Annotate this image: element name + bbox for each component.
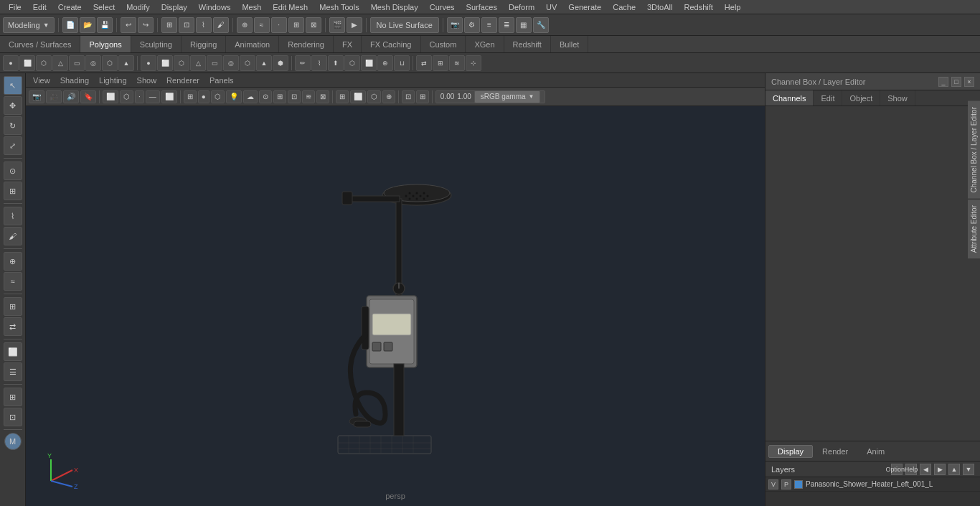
tab-curves-surfaces[interactable]: Curves / Surfaces (0, 36, 80, 52)
outliner-btn[interactable]: ≣ (499, 17, 514, 33)
rp-close-btn[interactable]: × (964, 77, 974, 87)
select-by-component-btn[interactable]: ⊡ (179, 17, 194, 33)
tab-redshift[interactable]: Redshift (504, 36, 551, 52)
combine-btn[interactable]: ⊕ (377, 55, 393, 71)
xform-constraint-btn[interactable]: ⊞ (4, 297, 22, 316)
soft-sel-btn[interactable]: ⊙ (4, 161, 22, 180)
mesh-plane-btn[interactable]: ▭ (207, 55, 222, 71)
menu-modify[interactable]: Modify (121, 1, 155, 13)
sphere-btn[interactable]: ● (3, 55, 19, 71)
viewport-lighting-menu[interactable]: Lighting (95, 75, 131, 85)
bridge-btn[interactable]: ⬜ (361, 55, 377, 71)
viewport-btn2[interactable]: ⊡ (4, 408, 22, 426)
layers-nav-left[interactable]: ◀ (920, 464, 931, 475)
rp-maximize-btn[interactable]: □ (951, 77, 961, 87)
tab-bullet[interactable]: Bullet (551, 36, 589, 52)
menu-edit[interactable]: Edit (27, 1, 52, 13)
workspace-dropdown[interactable]: Modeling ▼ (3, 17, 55, 33)
ao-btn[interactable]: ⊙ (259, 90, 272, 103)
menu-windows[interactable]: Windows (193, 1, 237, 13)
cone-btn[interactable]: △ (52, 55, 68, 71)
ch-tab-show[interactable]: Show (880, 90, 915, 106)
smooth-btn[interactable]: ⊞ (433, 55, 448, 71)
move-tool-btn[interactable]: ✥ (4, 96, 22, 115)
quick-sel-btn[interactable]: ☰ (4, 362, 22, 381)
aa-btn[interactable]: ⊞ (273, 90, 286, 103)
layer-color-0[interactable] (794, 480, 803, 489)
mesh-cone-btn[interactable]: △ (190, 55, 206, 71)
maya-logo-btn[interactable]: M (4, 433, 22, 450)
viewport-3d[interactable]: persp X Y Z (26, 106, 765, 506)
render-region-btn[interactable]: ⬜ (4, 342, 22, 361)
lights-btn[interactable]: 💡 (226, 90, 242, 103)
layers-options-btn[interactable]: Options (891, 464, 903, 475)
wireframe-btn[interactable]: ⊞ (184, 90, 197, 103)
face-mode-btn[interactable]: ⬜ (161, 90, 177, 103)
mesh-extra1-btn[interactable]: ⬢ (273, 55, 288, 71)
menu-surfaces[interactable]: Surfaces (461, 1, 503, 13)
mesh-cyl-btn[interactable]: ⬡ (174, 55, 189, 71)
ch-tab-channels[interactable]: Channels (765, 90, 814, 106)
cam-angle-btn[interactable]: 📷 (29, 90, 44, 103)
undo-btn[interactable]: ↩ (121, 17, 136, 33)
display-settings-btn[interactable]: ⚙ (464, 17, 480, 33)
menu-edit-mesh[interactable]: Edit Mesh (267, 1, 314, 13)
edge-mode-btn[interactable]: — (146, 90, 160, 103)
select-tool-btn[interactable]: ↖ (4, 76, 22, 95)
tab-rendering[interactable]: Rendering (279, 36, 334, 52)
viewport-panels-menu[interactable]: Panels (205, 75, 238, 85)
tab-custom[interactable]: Custom (421, 36, 466, 52)
tab-rigging[interactable]: Rigging (182, 36, 226, 52)
bool-union-btn[interactable]: ⊔ (394, 55, 410, 71)
attribute-editor-vertical-label[interactable]: Attribute Editor (968, 199, 980, 258)
menu-redshift[interactable]: Redshift (678, 1, 718, 13)
disp-tab-display[interactable]: Display (768, 445, 813, 458)
polygon-mode-btn[interactable]: ⬡ (120, 90, 133, 103)
render-btn[interactable]: ▶ (347, 17, 362, 33)
attr-editor-btn[interactable]: ≡ (481, 17, 497, 33)
motion-blur-btn[interactable]: ≋ (302, 90, 315, 103)
rotate-tool-btn[interactable]: ↻ (4, 116, 22, 135)
sym-btn[interactable]: ⇄ (4, 317, 22, 336)
tab-fx-caching[interactable]: FX Caching (362, 36, 420, 52)
channel-box-btn[interactable]: ▦ (516, 17, 532, 33)
menu-3dtoall[interactable]: 3DtoAll (641, 1, 678, 13)
curve-tool-btn[interactable]: ⌇ (311, 55, 327, 71)
cam-sound-btn[interactable]: 🔊 (63, 90, 79, 103)
prism-btn[interactable]: ⬡ (102, 55, 118, 71)
snap-curve-btn2[interactable]: ≈ (4, 272, 22, 291)
tab-fx[interactable]: FX (334, 36, 362, 52)
post-btn[interactable]: ⊠ (316, 90, 329, 103)
ch-tab-object[interactable]: Object (842, 90, 880, 106)
camera-gate-btn[interactable]: ⬜ (350, 90, 366, 103)
cam-bookmark-btn[interactable]: 🔖 (80, 90, 96, 103)
paint-sel-btn[interactable]: 🖌 (213, 17, 229, 33)
select-by-hierarchy-btn[interactable]: ⊞ (161, 17, 177, 33)
cylinder-btn[interactable]: ⬡ (36, 55, 52, 71)
bevel-btn[interactable]: ⬡ (344, 55, 360, 71)
cam-film-btn[interactable]: 🎥 (46, 90, 62, 103)
menu-select[interactable]: Select (88, 1, 121, 13)
cube-btn[interactable]: ⬜ (19, 55, 35, 71)
select-mode-btn[interactable]: ⬜ (103, 90, 118, 103)
channel-box-vertical-label[interactable]: Channel Box / Layer Editor (968, 100, 980, 199)
disp-tab-anim[interactable]: Anim (857, 445, 894, 458)
menu-mesh-tools[interactable]: Mesh Tools (314, 1, 364, 13)
snap-point-btn[interactable]: · (271, 17, 287, 33)
frame-sel-btn[interactable]: ⊞ (416, 90, 429, 103)
tab-sculpting[interactable]: Sculpting (131, 36, 182, 52)
color-space-btn[interactable]: sRGB gamma ▼ (474, 90, 541, 103)
lasso-sel-btn[interactable]: ⌇ (4, 207, 22, 225)
subdiv-btn[interactable]: ≋ (449, 55, 465, 71)
menu-mesh[interactable]: Mesh (236, 1, 267, 13)
shadows-btn[interactable]: ☁ (243, 90, 258, 103)
menu-deform[interactable]: Deform (503, 1, 540, 13)
pen-tool-btn[interactable]: ✏ (295, 55, 311, 71)
menu-file[interactable]: File (3, 1, 27, 13)
safe-action-btn[interactable]: ⊕ (382, 90, 395, 103)
tab-xgen[interactable]: XGen (466, 36, 504, 52)
layer-p-0[interactable]: P (781, 479, 791, 489)
rp-minimize-btn[interactable]: _ (938, 77, 948, 87)
grid-toggle-btn[interactable]: ⊞ (336, 90, 349, 103)
menu-curves[interactable]: Curves (424, 1, 461, 13)
